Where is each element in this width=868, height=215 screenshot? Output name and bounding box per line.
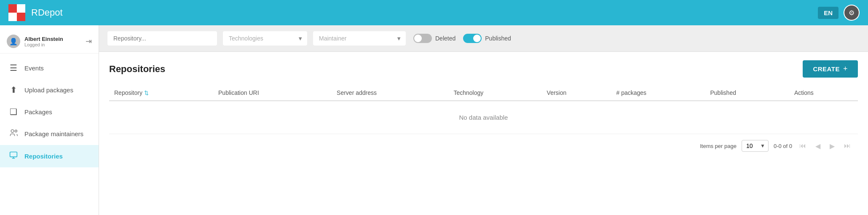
create-button[interactable]: CREATE + (803, 60, 858, 78)
deleted-label: Deleted (435, 35, 455, 42)
technologies-filter-wrapper: Technologies ▼ (223, 31, 307, 46)
sidebar-item-label: Packages (24, 108, 52, 116)
pagination: Items per page 10 25 50 100 ▼ 0-0 of 0 ⏮… (109, 134, 858, 158)
topbar: RDepot EN ⚙ (0, 0, 868, 25)
technologies-filter-select[interactable]: Technologies (223, 31, 307, 46)
published-label: Published (485, 35, 511, 42)
sidebar-item-label: Package maintainers (24, 130, 83, 137)
logout-button[interactable]: ⇥ (86, 37, 92, 46)
sidebar-item-label: Events (24, 64, 44, 72)
sidebar-item-label: Repositories (24, 153, 63, 160)
create-plus-icon: + (843, 64, 848, 73)
svg-rect-2 (8, 13, 17, 21)
content-header: Repositories CREATE + (109, 60, 858, 78)
deleted-toggle-slider (413, 34, 432, 43)
user-details: Albert Einstein Logged in (24, 36, 63, 47)
events-icon: ☰ (8, 63, 19, 73)
main-content: Technologies ▼ Maintainer ▼ Deleted (99, 25, 868, 215)
th-publication-uri: Publication URI (213, 85, 332, 101)
sidebar-item-package-maintainers[interactable]: Package maintainers (0, 123, 99, 145)
th-repository-label: Repository (114, 89, 142, 96)
th-repository: Repository ⇅ (109, 85, 213, 101)
table-body: No data available (109, 101, 858, 134)
sort-icon[interactable]: ⇅ (144, 90, 149, 96)
maintainers-icon (8, 129, 19, 139)
maintainer-filter-select[interactable]: Maintainer (313, 31, 406, 46)
deleted-toggle-group: Deleted (413, 34, 455, 43)
maintainer-filter-wrapper: Maintainer ▼ (313, 31, 406, 46)
sidebar-item-upload-packages[interactable]: ⬆ Upload packages (0, 79, 99, 101)
packages-icon: ❑ (8, 107, 19, 117)
user-menu-icon: ⚙ (849, 9, 855, 17)
layout: 👤 Albert Einstein Logged in ⇥ ☰ Events ⬆… (0, 25, 868, 215)
lang-button[interactable]: EN (818, 7, 839, 19)
app-title: RDepot (31, 7, 63, 18)
th-technology: Technology (448, 85, 541, 101)
table-header-row: Repository ⇅ Publication URI Server addr… (109, 85, 858, 101)
page-info: 0-0 of 0 (774, 143, 792, 149)
items-per-page-label: Items per page (700, 143, 737, 149)
page-size-select[interactable]: 10 25 50 100 (742, 140, 769, 152)
sidebar-item-repositories[interactable]: Repositories (0, 145, 99, 167)
deleted-toggle[interactable] (413, 34, 432, 43)
published-toggle-group: Published (463, 34, 511, 43)
th-server-address: Server address (332, 85, 448, 101)
no-data-message: No data available (109, 101, 858, 134)
sidebar-item-label: Upload packages (24, 86, 73, 94)
svg-point-5 (15, 130, 17, 132)
sidebar: 👤 Albert Einstein Logged in ⇥ ☰ Events ⬆… (0, 25, 99, 215)
svg-rect-0 (8, 4, 17, 13)
th-actions: Actions (789, 85, 858, 101)
create-label: CREATE (813, 65, 840, 73)
sidebar-item-packages[interactable]: ❑ Packages (0, 101, 99, 123)
avatar-icon: 👤 (9, 38, 18, 46)
svg-rect-1 (17, 4, 25, 13)
page-title: Repositories (109, 64, 165, 75)
svg-rect-6 (10, 152, 17, 157)
last-page-button[interactable]: ⏭ (842, 141, 853, 150)
content-area: Repositories CREATE + Repository ⇅ (99, 52, 868, 215)
published-toggle-slider (463, 34, 482, 43)
no-data-row: No data available (109, 101, 858, 134)
app-logo (8, 4, 25, 21)
repository-filter-input[interactable] (107, 31, 217, 46)
th-version: Version (542, 85, 611, 101)
svg-rect-3 (17, 13, 25, 21)
first-page-button[interactable]: ⏮ (797, 141, 808, 150)
sidebar-item-events[interactable]: ☰ Events (0, 57, 99, 79)
user-status: Logged in (24, 42, 63, 47)
svg-point-4 (11, 130, 14, 133)
repositories-icon (8, 151, 19, 161)
user-name: Albert Einstein (24, 36, 63, 42)
filter-bar: Technologies ▼ Maintainer ▼ Deleted (99, 25, 868, 52)
user-info: 👤 Albert Einstein Logged in (7, 35, 63, 48)
sidebar-nav: ☰ Events ⬆ Upload packages ❑ Packages Pa… (0, 57, 99, 167)
user-section: 👤 Albert Einstein Logged in ⇥ (0, 30, 99, 54)
table-header: Repository ⇅ Publication URI Server addr… (109, 85, 858, 101)
repositories-table-wrapper: Repository ⇅ Publication URI Server addr… (109, 85, 858, 134)
topbar-left: RDepot (8, 4, 63, 21)
page-size-wrapper: 10 25 50 100 ▼ (742, 140, 769, 152)
repositories-table: Repository ⇅ Publication URI Server addr… (109, 85, 858, 134)
upload-icon: ⬆ (8, 85, 19, 95)
th-published: Published (705, 85, 789, 101)
topbar-right: EN ⚙ (818, 5, 860, 21)
th-packages: # packages (611, 85, 705, 101)
logout-icon: ⇥ (86, 37, 92, 46)
user-menu-button[interactable]: ⚙ (844, 5, 860, 21)
prev-page-button[interactable]: ◀ (813, 141, 822, 151)
next-page-button[interactable]: ▶ (828, 141, 837, 151)
avatar: 👤 (7, 35, 20, 48)
published-toggle[interactable] (463, 34, 482, 43)
